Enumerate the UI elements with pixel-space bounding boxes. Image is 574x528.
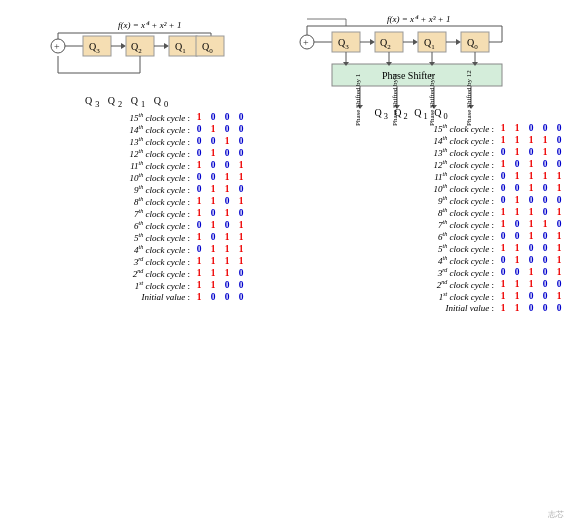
clock-cycle-label: Initial value : — [8, 291, 192, 302]
table-row: 8th clock cycle :1101 — [8, 195, 248, 207]
value-cell: 0 — [192, 135, 206, 147]
value-cell: 1 — [538, 134, 552, 146]
clock-cycle-label: 9th clock cycle : — [8, 183, 192, 195]
value-cell: 1 — [552, 170, 566, 182]
value-cell: 1 — [192, 267, 206, 279]
value-cell: 0 — [524, 194, 538, 206]
clock-cycle-label: 6th clock cycle : — [8, 219, 192, 231]
value-cell: 1 — [192, 159, 206, 171]
table-row: 10th clock cycle :0011 — [8, 171, 248, 183]
value-cell: 0 — [552, 158, 566, 170]
value-cell: 0 — [206, 207, 220, 219]
table-row: 2nd clock cycle :11100 — [258, 278, 566, 290]
value-cell: 0 — [220, 159, 234, 171]
value-cell: 1 — [234, 195, 248, 207]
value-cell: 1 — [206, 279, 220, 291]
value-cell: 0 — [206, 291, 220, 302]
table-row: 7th clock cycle :1010 — [8, 207, 248, 219]
svg-marker-30 — [370, 39, 375, 45]
value-cell: 0 — [510, 182, 524, 194]
clock-cycle-label: 13th clock cycle : — [258, 146, 496, 158]
value-cell: 0 — [496, 146, 510, 158]
value-cell: 0 — [234, 147, 248, 159]
value-cell: 0 — [206, 111, 220, 123]
clock-cycle-label: 1st clock cycle : — [258, 290, 496, 302]
svg-text:Phase Shifted by 3: Phase Shifted by 3 — [391, 73, 399, 126]
value-cell: 0 — [220, 291, 234, 302]
value-cell: 0 — [538, 158, 552, 170]
clock-cycle-label: 5th clock cycle : — [8, 231, 192, 243]
value-cell: 1 — [538, 170, 552, 182]
table-row: Initial value :1000 — [8, 291, 248, 302]
value-cell: 1 — [552, 230, 566, 242]
right-panel: f(x) = x⁴ + x³ + 1 + Q3 Q2 — [258, 10, 566, 518]
value-cell: 1 — [510, 290, 524, 302]
value-cell: 1 — [206, 123, 220, 135]
clock-cycle-label: 8th clock cycle : — [8, 195, 192, 207]
value-cell: 0 — [538, 182, 552, 194]
value-cell: 0 — [220, 111, 234, 123]
table-row: 6th clock cycle :0101 — [8, 219, 248, 231]
value-cell: 0 — [496, 254, 510, 266]
left-table-header: Q3 Q2 Q1 Q0 — [28, 95, 228, 109]
value-cell: 1 — [234, 255, 248, 267]
value-cell: 1 — [510, 242, 524, 254]
value-cell: 1 — [206, 255, 220, 267]
value-cell: 0 — [538, 230, 552, 242]
clock-cycle-label: 9th clock cycle : — [258, 194, 496, 206]
value-cell: 1 — [496, 158, 510, 170]
table-row: 4th clock cycle :0111 — [8, 243, 248, 255]
value-cell: 1 — [192, 195, 206, 207]
main-container: f(x) = x⁴ + x² + 1 + Q3 Q2 — [0, 0, 574, 528]
clock-cycle-label: 8th clock cycle : — [258, 206, 496, 218]
value-cell: 0 — [524, 290, 538, 302]
value-cell: 0 — [552, 122, 566, 134]
value-cell: 1 — [524, 206, 538, 218]
value-cell: 1 — [524, 170, 538, 182]
value-cell: 1 — [220, 171, 234, 183]
clock-cycle-label: Initial value : — [258, 302, 496, 313]
value-cell: 0 — [538, 242, 552, 254]
value-cell: 1 — [496, 242, 510, 254]
value-cell: 0 — [538, 278, 552, 290]
value-cell: 1 — [510, 254, 524, 266]
svg-marker-14 — [164, 43, 169, 49]
table-row: 12th clock cycle :10100 — [258, 158, 566, 170]
table-row: 15th clock cycle :1000 — [8, 111, 248, 123]
value-cell: 0 — [496, 266, 510, 278]
value-cell: 0 — [510, 230, 524, 242]
value-cell: 1 — [552, 266, 566, 278]
table-row: 14th clock cycle :0100 — [8, 123, 248, 135]
value-cell: 0 — [234, 291, 248, 302]
value-cell: 0 — [192, 219, 206, 231]
value-cell: 1 — [538, 146, 552, 158]
svg-text:f(x) = x⁴ + x³ + 1: f(x) = x⁴ + x³ + 1 — [387, 14, 450, 24]
value-cell: 1 — [220, 135, 234, 147]
value-cell: 0 — [496, 230, 510, 242]
value-cell: 1 — [192, 111, 206, 123]
value-cell: 1 — [524, 230, 538, 242]
value-cell: 0 — [524, 146, 538, 158]
value-cell: 0 — [192, 183, 206, 195]
table-row: 3rd clock cycle :1111 — [8, 255, 248, 267]
value-cell: 0 — [192, 123, 206, 135]
clock-cycle-label: 5th clock cycle : — [258, 242, 496, 254]
value-cell: 0 — [538, 266, 552, 278]
clock-cycle-label: 1st clock cycle : — [8, 279, 192, 291]
value-cell: 1 — [220, 231, 234, 243]
value-cell: 1 — [496, 206, 510, 218]
value-cell: 0 — [192, 147, 206, 159]
svg-text:f(x) = x⁴ + x² + 1: f(x) = x⁴ + x² + 1 — [118, 20, 181, 30]
table-row: 1st clock cycle :11001 — [258, 290, 566, 302]
value-cell: 0 — [524, 242, 538, 254]
table-row: 9th clock cycle :01000 — [258, 194, 566, 206]
value-cell: 0 — [496, 194, 510, 206]
clock-cycle-label: 3rd clock cycle : — [8, 255, 192, 267]
value-cell: 1 — [510, 134, 524, 146]
value-cell: 0 — [552, 194, 566, 206]
svg-marker-34 — [413, 39, 418, 45]
value-cell: 1 — [496, 218, 510, 230]
value-cell: 1 — [524, 218, 538, 230]
left-circuit: f(x) = x⁴ + x² + 1 + Q3 Q2 — [28, 18, 228, 93]
value-cell: 1 — [510, 206, 524, 218]
